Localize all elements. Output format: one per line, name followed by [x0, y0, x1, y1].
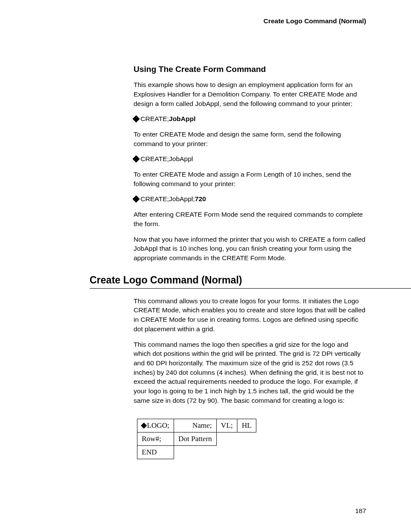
section1-content: This example shows how to design an empl… [134, 80, 366, 262]
command-line-3: CREATE;JobAppl;720 [134, 194, 366, 204]
section2-content: This command allows you to create logos … [134, 296, 366, 459]
cmd-prefix: CREATE;JobAppl; [140, 195, 195, 202]
logo-command-syntax-table: LOGO; Name; VL; HL Row#; Dot Pattern END [137, 419, 256, 459]
cell-text: LOGO; [147, 420, 169, 431]
cmd-bold: 720 [195, 195, 206, 202]
cmd-prefix: CREATE; [140, 115, 169, 122]
section-heading-using-create-form: Using The Create Form Command [134, 64, 366, 75]
page-number: 187 [355, 506, 366, 516]
empty-cell [174, 445, 256, 459]
command-line-1: CREATE;JobAppl [134, 114, 366, 124]
paragraph: This example shows how to design an empl… [134, 80, 366, 108]
section-heading-create-logo-command: Create Logo Command (Normal) [90, 273, 411, 289]
command-line-2: CREATE;JobAppl [134, 154, 366, 164]
table-cell: END [137, 445, 174, 459]
command-text: CREATE;JobAppl [140, 154, 193, 164]
table-cell: Name; [174, 419, 216, 432]
table-cell: Dot Pattern [174, 432, 216, 446]
table-cell: Row#; [137, 432, 174, 446]
paragraph: This command allows you to create logos … [134, 296, 366, 334]
paragraph: Now that you have informed the printer t… [134, 235, 366, 263]
paragraph: This command names the logo then specifi… [134, 340, 366, 405]
cmd-bold: JobAppl [169, 115, 196, 122]
paragraph: After entering CREATE Form Mode send the… [134, 210, 366, 228]
empty-cell [216, 432, 256, 446]
table-cell: HL [237, 419, 256, 432]
paragraph: To enter CREATE Mode and design the same… [134, 130, 366, 148]
page-header-title: Create Logo Command (Normal) [45, 16, 366, 26]
diamond-icon [141, 423, 147, 429]
command-text: CREATE;JobAppl;720 [140, 194, 206, 204]
diamond-icon [133, 196, 140, 203]
diamond-icon [133, 156, 140, 163]
command-text: CREATE;JobAppl [140, 114, 196, 124]
paragraph: To enter CREATE Mode and assign a Form L… [134, 170, 366, 188]
diamond-icon [133, 115, 140, 123]
table-cell: LOGO; [137, 419, 174, 432]
table-cell: VL; [216, 419, 237, 432]
